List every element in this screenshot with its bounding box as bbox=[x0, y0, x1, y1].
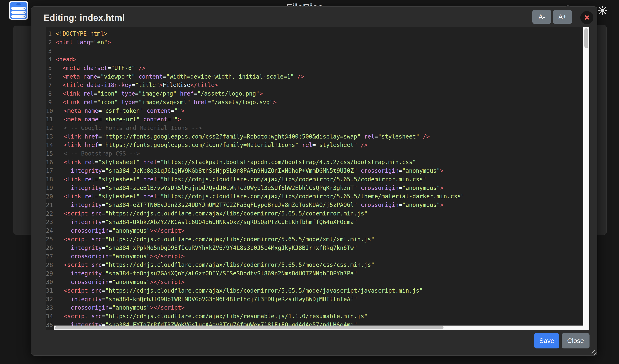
resize-handle-icon[interactable] bbox=[591, 350, 596, 355]
code-lines: 1<!DOCTYPE html>2<html lang="en">34<head… bbox=[46, 29, 583, 329]
code-line: 18 <link rel="stylesheet" href="https://… bbox=[46, 175, 583, 184]
line-number: 7 bbox=[46, 82, 54, 89]
close-icon[interactable]: ✖ bbox=[580, 11, 593, 24]
code-line: 27 crossorigin="anonymous"></script> bbox=[46, 252, 583, 261]
code-line: 34 <script src="https://cdnjs.cloudflare… bbox=[46, 312, 583, 321]
code-line: 24 crossorigin="anonymous"></script> bbox=[46, 226, 583, 235]
code-line: 5 <meta charset="UTF-8" /> bbox=[46, 64, 583, 72]
code-editor[interactable]: 1<!DOCTYPE html>2<html lang="en">34<head… bbox=[46, 27, 589, 330]
code-line: 1<!DOCTYPE html> bbox=[46, 29, 583, 38]
sun-icon[interactable] bbox=[597, 5, 608, 17]
code-line: 10 <meta name="csrf-token" content=""> bbox=[46, 107, 583, 115]
code-line: 25 <script src="https://cdnjs.cloudflare… bbox=[46, 235, 583, 243]
code-line: 31 <script src="https://cdnjs.cloudflare… bbox=[46, 286, 583, 295]
line-number: 1 bbox=[46, 30, 54, 37]
code-line: 29 integrity="sha384-to8njsu2GAiXQnY/aLG… bbox=[46, 269, 583, 278]
code-line: 20 <link rel="stylesheet" href="https://… bbox=[46, 192, 583, 201]
code-line: 33 crossorigin="anonymous"></script> bbox=[46, 303, 583, 312]
line-number: 3 bbox=[46, 47, 54, 54]
code-line: 23 integrity="sha384-UXbkZAbZYZ/KCAslc6U… bbox=[46, 218, 583, 227]
editor-modal: Editing: index.html A- A+ ✖ 1<!DOCTYPE h… bbox=[31, 6, 597, 356]
horizontal-scrollbar bbox=[54, 325, 589, 330]
code-line: 7 <title data-i18n-key="title">FileRise<… bbox=[46, 81, 583, 89]
logo-bar bbox=[11, 11, 26, 14]
line-number: 8 bbox=[46, 90, 54, 97]
code-line: 2<html lang="en"> bbox=[46, 38, 583, 47]
code-line: 17 integrity="sha384-JcKb8q3iqJ61gNV9KGb… bbox=[46, 167, 583, 175]
save-button[interactable]: Save bbox=[534, 333, 559, 349]
font-decrease-button[interactable]: A- bbox=[532, 10, 551, 24]
code-line: 15 <!-- Bootstrap CSS --> bbox=[46, 149, 583, 158]
font-increase-button[interactable]: A+ bbox=[553, 10, 572, 24]
code-line: 11 <meta name="share-url" content=""> bbox=[46, 115, 583, 124]
code-line: 4<head> bbox=[46, 55, 583, 64]
line-number: 5 bbox=[46, 65, 54, 71]
code-line: 21 integrity="sha384-eZTPTN0EvJdn23s24UD… bbox=[46, 201, 583, 209]
code-line: 13 <link href="https://fonts.googleapis.… bbox=[46, 132, 583, 141]
code-line: 26 integrity="sha384-xPpkMo5nDgD98fIcuRV… bbox=[46, 243, 583, 252]
code-line: 6 <meta name="viewport" content="width=d… bbox=[46, 72, 583, 81]
logo-drawer-handle bbox=[16, 3, 21, 5]
horizontal-scrollbar-thumb[interactable] bbox=[55, 326, 444, 329]
line-number: 4 bbox=[46, 56, 54, 63]
gutter-separator bbox=[54, 27, 54, 325]
logo-bar bbox=[11, 15, 26, 18]
app-logo[interactable] bbox=[9, 1, 28, 20]
line-number: 2 bbox=[46, 39, 54, 46]
code-line: 32 integrity="sha384-kmQrbJf09Uo1WRLMDVG… bbox=[46, 295, 583, 303]
code-line: 16 <link rel="stylesheet" href="https://… bbox=[46, 158, 583, 167]
code-line: 12 <!-- Google Fonts and Material Icons … bbox=[46, 124, 583, 132]
logo-bar bbox=[11, 7, 26, 10]
close-button[interactable]: Close bbox=[562, 333, 590, 349]
code-line: 22 <script src="https://cdnjs.cloudflare… bbox=[46, 209, 583, 218]
code-line: 14 <link href="https://fonts.googleapis.… bbox=[46, 141, 583, 149]
modal-title: Editing: index.html bbox=[44, 13, 125, 23]
code-line: 19 integrity="sha384-zaeBlB/vwYsDRSlFajn… bbox=[46, 184, 583, 192]
code-line: 28 <script src="https://cdnjs.cloudflare… bbox=[46, 261, 583, 269]
code-line: 30 crossorigin="anonymous"></script> bbox=[46, 278, 583, 286]
code-line: 8 <link rel="icon" type="image/png" href… bbox=[46, 89, 583, 98]
vertical-scrollbar-thumb[interactable] bbox=[584, 28, 588, 48]
line-number: 6 bbox=[46, 73, 54, 80]
vertical-scrollbar bbox=[583, 27, 589, 325]
line-number: 9 bbox=[46, 99, 54, 106]
code-line: 9 <link rel="icon" type="image/svg+xml" … bbox=[46, 98, 583, 107]
code-line: 3 bbox=[46, 47, 583, 55]
